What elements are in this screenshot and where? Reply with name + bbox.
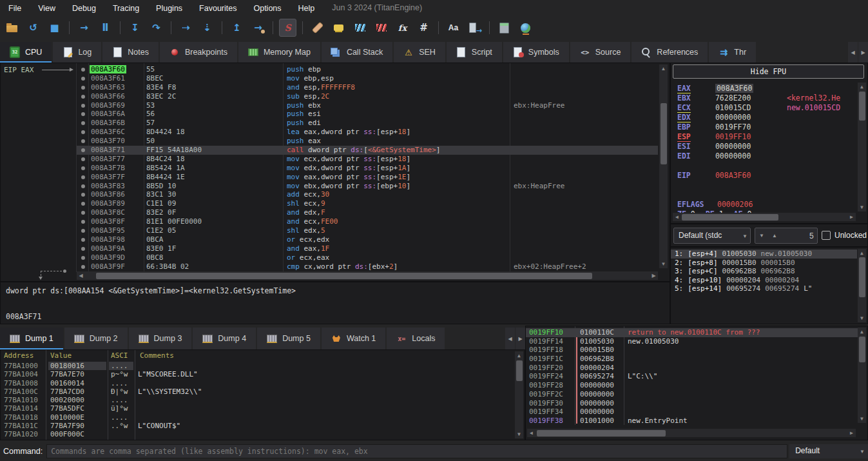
disasm-row[interactable]: 008A3F63 83E4 F8 and esp,FFFFFFF8 [77,83,658,92]
stack-row[interactable]: 0019FF38 01001000 new.EntryPoint [526,417,858,426]
register-row[interactable]: EIP 008A3F60 [677,171,857,181]
disasm-vscrollbar[interactable]: ▲ ▼ [659,64,668,268]
stack-row[interactable]: 0019FF24 00695274 L"C:\\" [526,372,858,381]
breakpoint-dot[interactable] [81,211,85,215]
register-row[interactable]: EBP 0019FF70 [677,123,857,132]
column-header-value[interactable]: Value [50,351,72,360]
scroll-thumb[interactable] [537,430,666,436]
Tracing[interactable]: Tracing [104,2,148,15]
register-value[interactable]: 00000000 [715,142,751,151]
stack-row[interactable]: 0019FF14 01005030 new.01005030 [526,337,858,346]
calculator-icon[interactable] [496,19,513,37]
scroll-down-arrow[interactable]: ▼ [858,203,866,211]
register-row[interactable] [677,181,857,190]
patch-icon[interactable] [309,19,326,37]
tab-scroll-left[interactable]: ◀ [848,42,858,63]
Favourites[interactable]: Favourites [191,2,245,15]
dump-row[interactable]: 77BA1010 00020000 .... [1,396,514,404]
Options[interactable]: Options [245,2,289,15]
register-row[interactable]: EDX 00000000 [677,113,857,123]
dump-row[interactable]: 77BA1020 000F000C [1,430,514,438]
dump-tab-scroll-right[interactable]: ▶ [516,328,525,349]
breakpoint-dot[interactable] [81,130,85,134]
disasm-row[interactable]: 008A3F66 83EC 2C sub esp,2C [77,92,658,101]
command-mode-dropdown[interactable]: Default ▼ [789,444,868,458]
open-file-icon[interactable] [3,19,21,37]
dump-row[interactable]: 77BA1014 77BA5DFC ü]°w [1,404,514,413]
column-header-ascii[interactable]: ASCI [111,351,128,360]
argument-count-spinner[interactable]: ▼ 5 ▲ [755,228,818,244]
fx-icon[interactable]: fx [394,19,411,37]
disasm-row[interactable]: 008A3F7F 8B4424 1E mov eax,dword ptr ss:… [77,173,658,182]
disasm-row[interactable]: 008A3F60 55 push ebp [77,65,658,74]
eflags-row[interactable]: EFLAGS00000206 [677,200,753,209]
disasm-row[interactable]: 008A3F89 C1E1 09 shl ecx,9 [77,199,658,208]
command-input[interactable] [46,444,787,458]
dump-row[interactable]: 77BA1004 77BA7E70 p~°w L"MSCOREE.DLL" [1,370,514,378]
breakpoint-dot[interactable] [81,220,85,224]
tab-memory-map[interactable]: Memory Map [238,42,320,63]
stack-row[interactable]: 0019FF28 00000000 [526,381,858,390]
breakpoint-dot[interactable] [81,238,85,242]
dump-row[interactable]: 77BA1008 00160014 .... [1,379,514,387]
disasm-row[interactable]: 008A3F95 C1E2 05 shl edx,5 [77,226,658,235]
register-row[interactable]: EDI 00000000 [677,152,857,161]
globe-icon[interactable] [517,19,534,37]
register-value[interactable]: 008A3F60 [715,84,753,93]
argument-row[interactable]: 4:[esp+10]0000020400000204 [671,276,857,285]
stack-pane[interactable]: 0019FF10 0100110C return to new.0100110C… [525,326,868,440]
register-value[interactable]: 0019FF10 [715,132,751,141]
scroll-thumb[interactable] [859,337,865,362]
disasm-row[interactable]: 008A3F9F 66:3B4B 02 cmp cx,word ptr ds:[… [77,262,658,271]
scroll-thumb[interactable] [516,360,523,381]
spinner-up-icon[interactable]: ▲ [768,233,781,239]
disasm-row[interactable]: 008A3F6B 57 push edi [77,119,658,128]
stop-icon[interactable]: ■ [46,19,63,37]
disasm-row[interactable]: 008A3F86 83C1 30 add ecx,30 [77,190,658,199]
scroll-up-arrow[interactable]: ▲ [659,64,668,73]
register-row[interactable]: ESI 00000000 [677,142,857,152]
breakpoint-dot[interactable] [81,95,85,99]
disassembly-pane[interactable]: EIP EAX 008A3F60 55 push ebp 008A3F61 [0,63,670,282]
breakpoint-dot[interactable] [81,265,85,269]
tab-scroll-right[interactable]: ▶ [858,42,868,63]
tab-locals[interactable]: Locals [387,328,445,349]
comment-icon[interactable] [330,19,347,37]
scroll-right-arrow[interactable]: ▶ [650,271,658,280]
device-icon[interactable] [466,19,483,37]
breakpoint-dot[interactable] [81,202,85,206]
stack-row[interactable]: 0019FF18 000015B0 [526,346,858,355]
stripes-blue-icon[interactable] [351,19,369,37]
hash-icon[interactable]: # [415,19,432,37]
register-value[interactable]: 0019FF70 [715,123,751,132]
tab-log[interactable]: Log [53,42,101,63]
scroll-down-arrow[interactable]: ▼ [858,314,866,322]
scroll-left-arrow[interactable]: ◀ [673,213,681,221]
dump-row[interactable]: 77BA1000 00180016 .... [1,362,514,370]
register-value[interactable]: 00000000 [715,113,751,122]
scroll-down-arrow[interactable]: ▼ [858,415,866,423]
disasm-row[interactable]: 008A3F8F 81E1 00FE0000 and ecx,FE00 [77,217,658,226]
tab-dump-2[interactable]: Dump 2 [64,328,128,349]
scroll-up-arrow[interactable]: ▲ [858,249,866,257]
tab-dump-3[interactable]: Dump 3 [129,328,192,349]
disasm-row[interactable]: 008A3F70 50 push eax [77,137,658,146]
scroll-left-arrow[interactable]: ◀ [527,429,535,437]
breakpoint-dot[interactable] [81,229,85,233]
tab-dump-1[interactable]: Dump 1 [0,328,63,349]
register-value[interactable]: 010015CD [715,103,751,112]
argument-row[interactable]: 5:[esp+14]0069527400695274L" [671,284,857,293]
breakpoint-dot[interactable] [81,157,85,161]
scroll-up-arrow[interactable]: ▲ [858,328,866,336]
scroll-thumb[interactable] [661,103,667,164]
step-over-icon[interactable]: ↷ [148,19,165,37]
disasm-row[interactable]: 008A3F9D 0BC8 or ecx,eax [77,253,658,262]
trace-into-icon[interactable]: ⇢ [177,19,195,37]
tab-threads[interactable]: Thr [709,42,756,63]
dump-tab-scroll-left[interactable]: ◀ [505,328,515,349]
disasm-hscrollbar[interactable]: ◀ ▶ [77,271,658,280]
breakpoint-dot[interactable] [81,247,85,251]
font-icon[interactable]: Aa [445,19,462,37]
dump-row[interactable]: 77BA100C 77BA7CD0 Ð|°w L"\\SYSTEM32\\" [1,387,514,396]
run-to-user-code-icon[interactable]: → [249,19,267,37]
